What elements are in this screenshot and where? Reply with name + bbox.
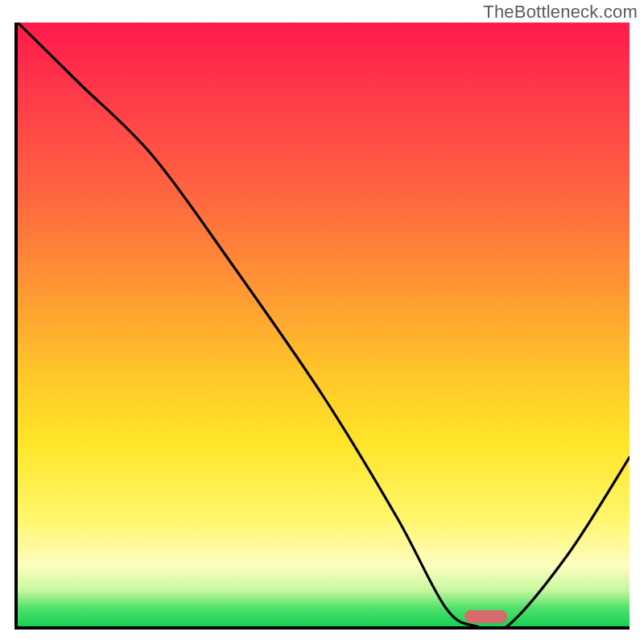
optimum-marker bbox=[464, 610, 507, 623]
chart-plot-area bbox=[14, 23, 630, 630]
watermark-text: TheBottleneck.com bbox=[483, 2, 638, 23]
bottleneck-curve bbox=[18, 23, 630, 626]
